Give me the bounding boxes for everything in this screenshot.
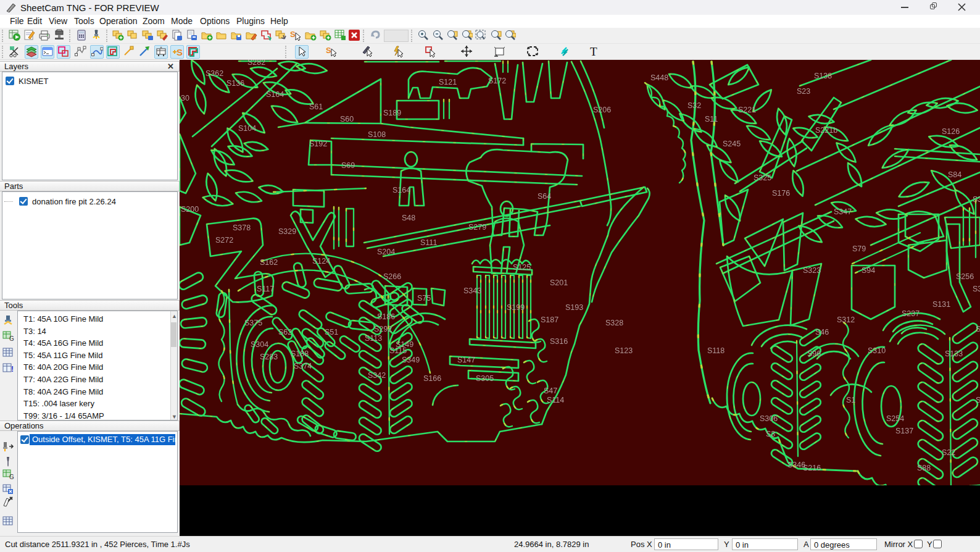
svg-text:S256: S256 <box>956 272 974 281</box>
svg-text:S305: S305 <box>476 374 494 383</box>
svg-text:S266: S266 <box>383 272 401 281</box>
svg-text:S199: S199 <box>507 303 525 312</box>
svg-text:S166: S166 <box>423 374 441 383</box>
svg-text:S133: S133 <box>945 349 963 358</box>
svg-text:S118: S118 <box>707 346 725 355</box>
svg-text:S216: S216 <box>803 464 821 472</box>
svg-text:S200: S200 <box>181 205 199 214</box>
svg-text:S448: S448 <box>650 73 668 82</box>
svg-text:S115: S115 <box>389 346 407 355</box>
svg-text:S201: S201 <box>550 278 568 287</box>
svg-text:S162: S162 <box>260 258 278 267</box>
svg-text:S123: S123 <box>615 346 633 355</box>
svg-text:S310: S310 <box>868 346 886 355</box>
svg-text:S272: S272 <box>215 236 233 245</box>
svg-text:S342: S342 <box>368 371 386 380</box>
svg-text:S349: S349 <box>402 356 420 364</box>
svg-text:S193: S193 <box>565 303 583 312</box>
svg-text:S111: S111 <box>420 238 437 247</box>
svg-text:S79: S79 <box>852 245 866 253</box>
svg-text:S125: S125 <box>513 263 531 272</box>
svg-text:S316: S316 <box>550 337 568 346</box>
svg-text:S32: S32 <box>687 101 701 110</box>
svg-text:S221b: S221b <box>815 126 837 135</box>
svg-text:S113: S113 <box>365 334 382 343</box>
svg-text:S245: S245 <box>723 140 741 148</box>
svg-text:S48: S48 <box>402 214 415 222</box>
svg-text:S124: S124 <box>312 257 330 266</box>
svg-text:S312: S312 <box>837 316 855 324</box>
svg-text:G: G <box>9 474 14 480</box>
svg-text:S279: S279 <box>468 223 486 232</box>
svg-text:S137: S137 <box>895 427 913 435</box>
svg-text:S62: S62 <box>278 328 292 337</box>
svg-text:S94: S94 <box>862 266 875 275</box>
svg-text:S347: S347 <box>834 207 852 216</box>
svg-text:S189: S189 <box>383 109 401 117</box>
svg-text:S75: S75 <box>417 294 431 303</box>
svg-text:S114: S114 <box>547 396 564 404</box>
svg-text:T: T <box>590 45 597 57</box>
svg-text:S23: S23 <box>797 87 810 96</box>
svg-text:S206: S206 <box>593 106 611 114</box>
svg-text:S325: S325 <box>754 174 771 182</box>
svg-text:S126: S126 <box>942 127 960 136</box>
svg-text:S88: S88 <box>917 464 931 472</box>
svg-text:S104: S104 <box>238 124 256 133</box>
svg-text:S358: S358 <box>973 195 980 204</box>
svg-text:S22: S22 <box>942 448 955 457</box>
svg-text:S117: S117 <box>257 285 274 293</box>
svg-text:S46: S46 <box>815 328 829 337</box>
svg-text:S188: S188 <box>291 349 309 358</box>
svg-text:S192: S192 <box>309 140 327 148</box>
svg-text:S254: S254 <box>886 414 904 423</box>
svg-text:S51: S51 <box>325 328 338 337</box>
svg-text:S1: S1 <box>846 396 855 404</box>
svg-text:S186: S186 <box>377 312 395 321</box>
svg-text:S164: S164 <box>266 90 284 99</box>
svg-text:S187: S187 <box>541 316 559 324</box>
svg-text:S329: S329 <box>278 227 296 236</box>
svg-text:S131: S131 <box>932 300 950 309</box>
svg-text:S61: S61 <box>309 102 323 111</box>
svg-text:S44: S44 <box>976 325 980 333</box>
svg-text:S60: S60 <box>340 115 354 123</box>
svg-text:S96: S96 <box>807 349 821 358</box>
svg-text:S176: S176 <box>772 189 790 198</box>
svg-text:S108: S108 <box>368 130 386 139</box>
svg-text:S: S <box>176 47 183 57</box>
svg-text:S129: S129 <box>976 396 980 404</box>
svg-text:S237: S237 <box>902 309 920 318</box>
svg-text:S304: S304 <box>251 340 268 349</box>
svg-text:S374: S374 <box>294 362 312 370</box>
svg-text:S69: S69 <box>341 161 355 170</box>
svg-text:S323: S323 <box>803 266 821 275</box>
svg-text:G: G <box>9 335 14 342</box>
svg-text:S138: S138 <box>814 72 832 80</box>
svg-text:S64: S64 <box>538 192 551 201</box>
svg-text:S343: S343 <box>463 286 481 295</box>
svg-text:!: ! <box>11 365 14 374</box>
svg-text:S147: S147 <box>457 356 475 364</box>
svg-text:S204: S204 <box>377 248 395 256</box>
svg-text:S121: S121 <box>439 78 457 86</box>
svg-text:S: S <box>326 46 331 55</box>
svg-text:S3: S3 <box>766 430 775 438</box>
svg-text:S36: S36 <box>973 285 980 293</box>
svg-text:S283: S283 <box>260 353 278 361</box>
svg-text:S164: S164 <box>392 186 410 194</box>
svg-text:S306: S306 <box>760 414 778 423</box>
svg-text:S84: S84 <box>948 170 961 179</box>
svg-text:S378: S378 <box>233 224 251 232</box>
svg-text:S375: S375 <box>244 319 262 327</box>
svg-text:S11: S11 <box>705 115 718 123</box>
svg-text:S328: S328 <box>605 319 623 327</box>
svg-text:30: 30 <box>181 94 189 102</box>
svg-text:S172: S172 <box>488 77 506 85</box>
svg-text:S47: S47 <box>544 387 557 395</box>
svg-text:S221: S221 <box>738 106 756 114</box>
svg-text:S282: S282 <box>247 60 265 67</box>
svg-text:S: S <box>290 30 296 39</box>
svg-text:S136: S136 <box>226 79 244 88</box>
svg-text:S292: S292 <box>374 325 392 333</box>
